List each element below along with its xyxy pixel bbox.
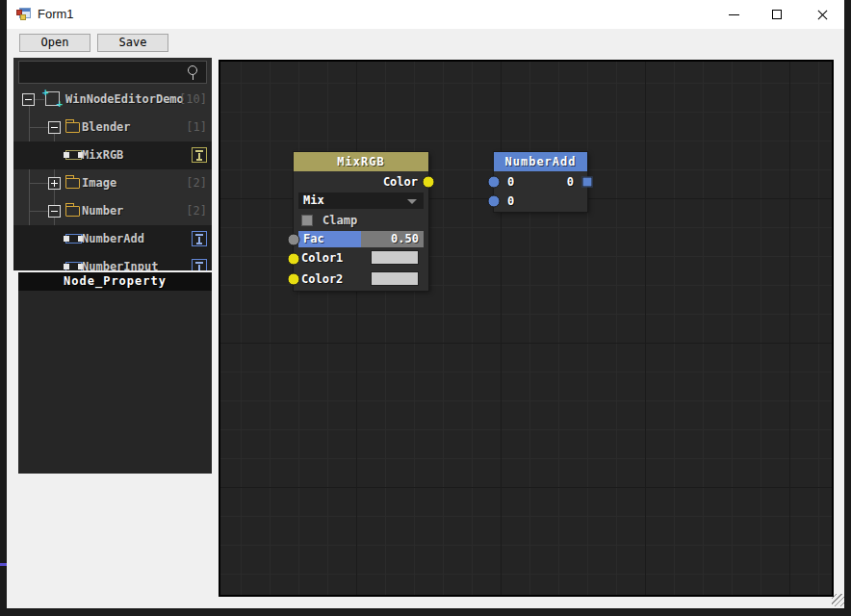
tree-item-count: [2] (186, 204, 207, 218)
socket-color-output[interactable] (423, 176, 435, 189)
numberadd-input1-value: 0 (507, 172, 514, 192)
resize-grip-icon[interactable] (832, 594, 844, 606)
minimize-button[interactable] (711, 0, 756, 29)
selection-frame-icon: ++ (45, 91, 60, 106)
mix-mode-dropdown[interactable]: Mix (298, 192, 424, 209)
app-window: Form1 Open Save (7, 0, 844, 608)
save-button[interactable]: Save (97, 34, 168, 52)
node-numberadd[interactable]: NumberAdd 0 0 0 (494, 152, 587, 212)
node-mixrgb[interactable]: MixRGB Color Mix Clamp Fac 0.50 Color1 (294, 152, 428, 291)
fac-label: Fac (303, 231, 324, 247)
node-tree-panel: ++ WinNodeEditorDemo [10] Blender [1] Mi… (13, 58, 212, 270)
tree-item-label: Image (82, 176, 116, 190)
node-title-mixrgb[interactable]: MixRGB (294, 152, 428, 171)
tree-item-count: [10] (179, 92, 207, 106)
property-panel-title: Node_Property (18, 272, 212, 291)
tree-item-blender[interactable]: Blender [1] (13, 114, 212, 141)
folder-icon (65, 122, 80, 133)
folder-icon (65, 178, 80, 189)
ibeam-icon[interactable] (192, 259, 207, 270)
color1-row: Color1 (301, 249, 426, 267)
socket-number-output[interactable] (582, 177, 593, 188)
color2-row: Color2 (301, 270, 426, 288)
desktop-background: Form1 Open Save (0, 0, 851, 616)
color1-label: Color1 (301, 251, 343, 265)
fac-value: 0.50 (391, 231, 419, 247)
search-box[interactable] (18, 61, 207, 84)
node-ports-icon (65, 262, 82, 270)
tree-item-numberinput[interactable]: NumberInput (13, 253, 212, 270)
node-title-numberadd[interactable]: NumberAdd (494, 152, 587, 171)
tree-item-label: NumberInput (82, 260, 158, 270)
open-button[interactable]: Open (19, 34, 90, 52)
node-ports-icon (65, 150, 82, 160)
output-label-color: Color (294, 171, 428, 192)
tree-item-count: [1] (186, 120, 207, 134)
tree-item-mixrgb[interactable]: MixRGB (13, 141, 212, 169)
collapse-icon[interactable] (48, 121, 61, 134)
search-input[interactable] (23, 64, 177, 81)
tree-item-label: Blender (82, 120, 131, 134)
toolbar: Open Save (7, 29, 844, 56)
clamp-row: Clamp (301, 212, 426, 229)
maximize-icon (772, 10, 782, 19)
node-ports-icon (65, 234, 82, 244)
maximize-button[interactable] (756, 0, 800, 29)
mix-mode-value: Mix (303, 193, 324, 207)
window-title: Form1 (38, 7, 74, 21)
title-bar: Form1 (7, 0, 844, 29)
collapse-icon[interactable] (48, 205, 61, 218)
close-button[interactable] (800, 0, 844, 29)
numberadd-input2-value: 0 (507, 192, 514, 211)
expand-icon[interactable] (48, 177, 61, 190)
tree-item-numberadd[interactable]: NumberAdd (13, 225, 212, 253)
folder-icon (65, 206, 80, 217)
socket-number1-input[interactable] (488, 176, 501, 189)
numberadd-row2: 0 (494, 192, 587, 211)
node-editor-canvas[interactable]: MixRGB Color Mix Clamp Fac 0.50 Color1 (219, 60, 834, 597)
ibeam-icon[interactable] (192, 231, 207, 246)
fac-slider[interactable]: Fac 0.50 (298, 231, 424, 247)
minimize-icon (729, 14, 739, 15)
collapse-icon[interactable] (22, 93, 35, 106)
clamp-label: Clamp (322, 212, 357, 229)
numberadd-output-value: 0 (567, 172, 574, 192)
color2-label: Color2 (301, 272, 343, 286)
tree-item-label: MixRGB (82, 148, 123, 162)
tree-item-count: [2] (186, 176, 207, 190)
app-icon (16, 8, 31, 21)
socket-color1-input[interactable] (288, 253, 300, 266)
property-panel: Node_Property (18, 272, 212, 474)
tree-item-winnodeeditordemo[interactable]: ++ WinNodeEditorDemo [10] (13, 86, 212, 114)
tree-item-image[interactable]: Image [2] (13, 169, 212, 197)
socket-fac-input[interactable] (288, 234, 300, 246)
tree-item-label: WinNodeEditorDemo (65, 92, 184, 106)
desktop-artifact (0, 563, 7, 566)
property-panel-body (18, 291, 212, 474)
numberadd-row1: 0 0 (494, 172, 587, 192)
ibeam-icon[interactable] (192, 147, 207, 163)
color1-swatch[interactable] (371, 250, 419, 265)
tree-item-label: Number (82, 204, 123, 218)
magnifier-icon (188, 65, 197, 75)
chevron-down-icon (407, 199, 417, 204)
color2-swatch[interactable] (371, 271, 419, 286)
socket-number2-input[interactable] (488, 195, 501, 208)
clamp-checkbox[interactable] (301, 215, 313, 226)
socket-color2-input[interactable] (288, 273, 300, 286)
tree-item-label: NumberAdd (82, 232, 144, 245)
tree-item-number[interactable]: Number [2] (13, 197, 212, 225)
